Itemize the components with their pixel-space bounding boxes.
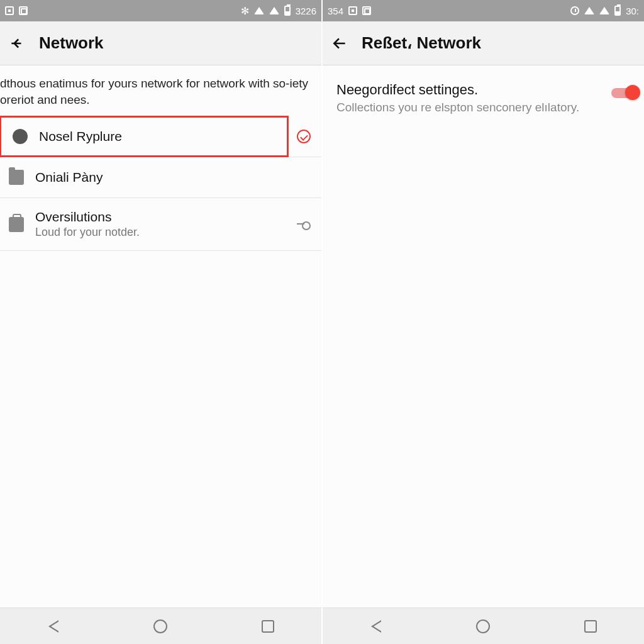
row-subtitle: Loud for your notder. (35, 226, 284, 239)
status-bar-right: 354 30: (323, 0, 644, 21)
nav-bar-right (323, 608, 644, 644)
list-item-nosel[interactable]: Nosel Ryplure (0, 116, 321, 157)
wifi-icon-2 (599, 7, 609, 14)
bullet-icon (13, 129, 28, 144)
right-screen: 354 30: Reßet، Network Neegordife (321, 0, 644, 644)
battery-icon (614, 6, 621, 16)
status-bar-left: ✻ 3226 (0, 0, 321, 21)
nav-home-button[interactable] (474, 617, 492, 636)
folder-icon (9, 170, 24, 185)
nav-bar-left (0, 608, 321, 644)
screenshot-icon (19, 6, 28, 15)
back-button[interactable] (9, 35, 25, 52)
setting-title: Neegordifect settinges. (336, 82, 605, 98)
status-time: 30: (626, 6, 639, 16)
page-title: Reßet، Network (362, 33, 481, 53)
nav-recent-button[interactable] (258, 617, 277, 636)
app-bar-left: Network (0, 21, 321, 65)
alarm-icon (570, 6, 579, 15)
battery-icon (284, 6, 291, 16)
briefcase-icon (9, 217, 24, 232)
toggle-switch[interactable] (611, 84, 639, 101)
setting-subtitle: Collections you re elspton senconery elı… (336, 101, 605, 114)
notification-icon (5, 6, 14, 15)
row-title: Oniali Pàny (35, 170, 284, 185)
check-icon (295, 128, 313, 145)
wifi-icon (584, 7, 594, 14)
status-time: 3226 (296, 6, 316, 16)
wifi-icon (254, 7, 264, 14)
list-item-oversilutions[interactable]: Oversilutions Loud for your notder. (0, 198, 321, 251)
snowflake-icon: ✻ (241, 5, 249, 17)
toggle-thumb (625, 85, 640, 100)
nav-back-button[interactable] (367, 617, 386, 636)
left-screen: ✻ 3226 Network dthous enatimus for yours… (0, 0, 321, 644)
key-icon (295, 216, 313, 233)
status-left-time: 354 (328, 6, 343, 16)
content-right: Neegordifect settinges. Collections you … (323, 65, 644, 608)
screenshot-icon (362, 6, 371, 15)
row-title: Oversilutions (35, 209, 284, 225)
nav-home-button[interactable] (151, 617, 170, 636)
list-item-oniali[interactable]: Oniali Pàny (0, 157, 321, 198)
intro-text: dthous enatimus for yours network for ne… (0, 65, 321, 116)
setting-row[interactable]: Neegordifect settinges. Collections you … (323, 65, 644, 122)
back-button[interactable] (331, 35, 348, 52)
notification-icon (348, 6, 357, 15)
nav-recent-button[interactable] (581, 617, 600, 636)
wifi-icon-2 (269, 7, 279, 14)
nav-back-button[interactable] (44, 617, 63, 636)
trail-empty (295, 169, 313, 186)
content-left: dthous enatimus for yours network for ne… (0, 65, 321, 608)
page-title: Network (39, 33, 104, 53)
app-bar-right: Reßet، Network (323, 21, 644, 65)
row-title: Nosel Ryplure (39, 129, 284, 144)
